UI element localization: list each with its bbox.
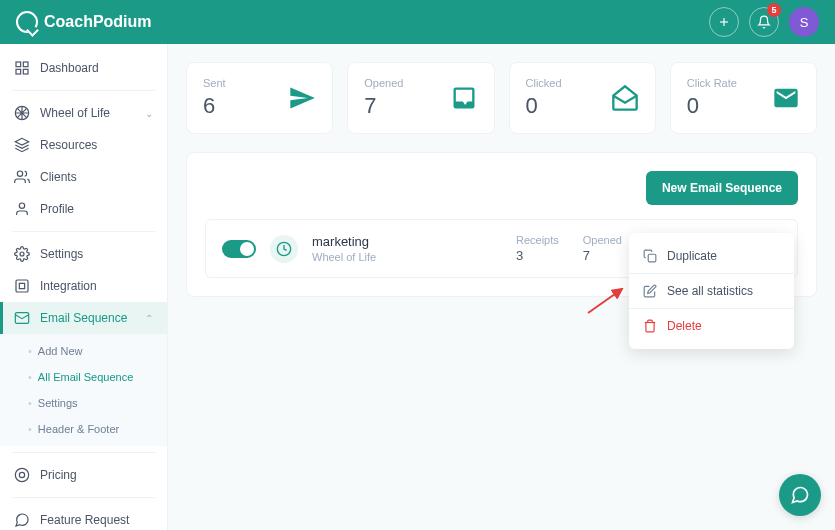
avatar[interactable]: S: [789, 7, 819, 37]
svg-rect-10: [16, 280, 28, 292]
stat-value: 7: [364, 93, 403, 119]
stats-icon: [643, 284, 657, 298]
new-email-sequence-button[interactable]: New Email Sequence: [646, 171, 798, 205]
dashboard-icon: [14, 60, 30, 76]
sidebar-label: Wheel of Life: [40, 106, 110, 120]
stat-value: 6: [203, 93, 226, 119]
brand-name: CoachPodium: [44, 13, 152, 31]
integration-icon: [14, 278, 30, 294]
dropdown-label: See all statistics: [667, 284, 753, 298]
sidebar-item-integration[interactable]: Integration: [0, 270, 167, 302]
seq-stat-label: Receipts: [516, 234, 559, 246]
subnav-settings[interactable]: Settings: [0, 390, 167, 416]
chevron-down-icon: ⌄: [145, 108, 153, 119]
subnav-header-footer[interactable]: Header & Footer: [0, 416, 167, 442]
profile-icon: [14, 201, 30, 217]
seq-stat-label: Opened: [583, 234, 622, 246]
sidebar-item-pricing[interactable]: Pricing: [0, 459, 167, 491]
dropdown-label: Delete: [667, 319, 702, 333]
gear-icon: [14, 246, 30, 262]
sidebar-label: Dashboard: [40, 61, 99, 75]
main-card: New Email Sequence marketing Wheel of Li…: [186, 152, 817, 297]
sequence-subtitle: Wheel of Life: [312, 251, 502, 263]
stat-label: Clicked: [526, 77, 562, 89]
feature-icon: [14, 512, 30, 528]
svg-rect-4: [23, 69, 28, 74]
sidebar-item-clients[interactable]: Clients: [0, 161, 167, 193]
stat-label: Opened: [364, 77, 403, 89]
svg-point-7: [17, 171, 22, 176]
svg-rect-5: [16, 69, 21, 74]
notifications-button[interactable]: 5: [749, 7, 779, 37]
closed-envelope-icon: [772, 84, 800, 112]
sidebar-item-email-sequence[interactable]: Email Sequence ⌃: [0, 302, 167, 334]
sidebar-label: Pricing: [40, 468, 77, 482]
seq-stat-value: 3: [516, 248, 559, 263]
sidebar-item-settings[interactable]: Settings: [0, 238, 167, 270]
wheel-icon: [14, 105, 30, 121]
sidebar-label: Resources: [40, 138, 97, 152]
annotation-arrow: [586, 285, 626, 315]
open-envelope-icon: [611, 84, 639, 112]
seq-stat-value: 7: [583, 248, 622, 263]
help-fab[interactable]: [779, 474, 821, 516]
options-dropdown: Duplicate See all statistics Delete: [629, 233, 794, 349]
sidebar-item-feature-request[interactable]: Feature Request: [0, 504, 167, 530]
sidebar-label: Feature Request: [40, 513, 129, 527]
notif-count: 5: [767, 3, 781, 17]
subnav-all-email-sequence[interactable]: All Email Sequence: [0, 364, 167, 390]
send-icon: [288, 84, 316, 112]
brand[interactable]: CoachPodium: [16, 11, 152, 33]
sidebar-item-resources[interactable]: Resources: [0, 129, 167, 161]
svg-point-9: [20, 252, 24, 256]
add-button[interactable]: [709, 7, 739, 37]
subnav-add-new[interactable]: Add New: [0, 338, 167, 364]
svg-point-13: [19, 472, 24, 477]
sidebar-label: Settings: [40, 247, 83, 261]
svg-rect-2: [16, 62, 21, 67]
stat-label: Sent: [203, 77, 226, 89]
clients-icon: [14, 169, 30, 185]
stat-click-rate: Click Rate 0: [670, 62, 817, 134]
sequence-toggle[interactable]: [222, 240, 256, 258]
copy-icon: [643, 249, 657, 263]
svg-rect-3: [23, 62, 28, 67]
chevron-up-icon: ⌃: [145, 313, 153, 324]
dropdown-label: Duplicate: [667, 249, 717, 263]
dropdown-duplicate[interactable]: Duplicate: [629, 239, 794, 273]
pricing-icon: [14, 467, 30, 483]
sidebar-label: Clients: [40, 170, 77, 184]
sidebar-label: Email Sequence: [40, 311, 127, 325]
sidebar-label: Profile: [40, 202, 74, 216]
stat-opened: Opened 7: [347, 62, 494, 134]
sidebar-item-dashboard[interactable]: Dashboard: [0, 52, 167, 84]
sidebar-item-wheel[interactable]: Wheel of Life ⌄: [0, 97, 167, 129]
svg-rect-15: [648, 254, 656, 262]
inbox-icon: [450, 84, 478, 112]
stat-clicked: Clicked 0: [509, 62, 656, 134]
email-icon: [14, 310, 30, 326]
stat-value: 0: [526, 93, 562, 119]
brand-icon: [16, 11, 38, 33]
dropdown-see-stats[interactable]: See all statistics: [629, 274, 794, 308]
stat-sent: Sent 6: [186, 62, 333, 134]
sidebar: Dashboard Wheel of Life ⌄ Resources Clie…: [0, 44, 168, 530]
svg-line-16: [588, 289, 622, 313]
trash-icon: [643, 319, 657, 333]
resources-icon: [14, 137, 30, 153]
sidebar-label: Integration: [40, 279, 97, 293]
sequence-title: marketing: [312, 234, 502, 249]
stat-label: Click Rate: [687, 77, 737, 89]
svg-point-12: [15, 468, 28, 481]
clock-icon: [270, 235, 298, 263]
dropdown-delete[interactable]: Delete: [629, 309, 794, 343]
sidebar-item-profile[interactable]: Profile: [0, 193, 167, 225]
stat-value: 0: [687, 93, 737, 119]
svg-point-8: [19, 203, 24, 208]
